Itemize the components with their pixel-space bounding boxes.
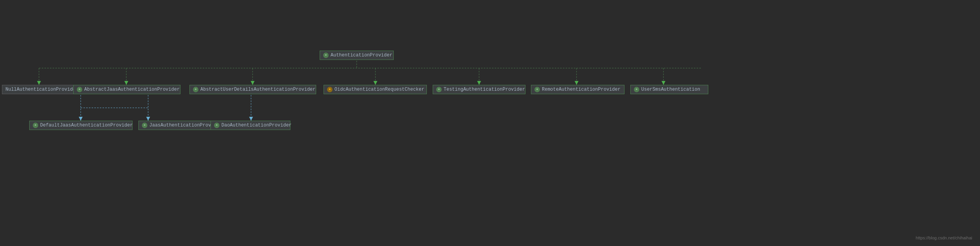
oidc-checker-icon: ● [327,87,333,92]
svg-marker-3 [37,81,41,85]
diagram-container: ● AuthenticationProvider NullAuthenticat… [0,0,980,246]
default-jaas-icon: ● [33,123,38,128]
remote-auth-label: RemoteAuthenticationProvider [542,87,621,92]
svg-marker-9 [373,81,377,85]
default-jaas-node: ● DefaultJaasAuthenticationProvider [29,121,133,130]
svg-marker-7 [251,81,255,85]
abstract-jaas-icon: ● [77,87,82,92]
svg-marker-5 [124,81,128,85]
dao-auth-icon: ● [214,123,219,128]
abstract-user-details-icon: ● [193,87,198,92]
null-auth-node: NullAuthenticationProvider [2,85,84,94]
svg-marker-27 [146,117,150,121]
testing-auth-label: TestingAuthenticationProvider [444,87,525,92]
svg-marker-11 [477,81,481,85]
remote-auth-icon: ● [534,87,540,92]
oidc-checker-label: OidcAuthenticationRequestChecker [334,87,424,92]
auth-provider-label: AuthenticationProvider [331,53,392,58]
default-jaas-label: DefaultJaasAuthenticationProvider [40,123,133,128]
oidc-checker-node: ● OidcAuthenticationRequestChecker [324,85,427,94]
testing-auth-icon: ● [436,87,442,92]
user-sms-icon: ● [634,87,639,92]
dao-auth-label: DaoAuthenticationProvider [221,123,292,128]
auth-provider-icon: ● [323,53,329,58]
svg-marker-15 [662,81,665,85]
jaas-auth-node: ● JaasAuthenticationProvider [138,121,222,130]
user-sms-node: ● UserSmsAuthentication [630,85,708,94]
abstract-jaas-label: AbstractJaasAuthenticationProvider [84,87,180,92]
user-sms-label: UserSmsAuthentication [641,87,700,92]
dao-auth-node: ● DaoAuthenticationProvider [211,121,290,130]
jaas-auth-icon: ● [142,123,147,128]
abstract-user-details-label: AbstractUserDetailsAuthenticationProvide… [200,87,315,92]
svg-marker-29 [249,117,253,121]
null-auth-label: NullAuthenticationProvider [5,87,78,92]
auth-provider-node: ● AuthenticationProvider [320,51,394,60]
abstract-jaas-node: ● AbstractJaasAuthenticationProvider [73,85,180,94]
remote-auth-node: ● RemoteAuthenticationProvider [531,85,624,94]
watermark: https://blog.csdn.net/chihaihai [916,235,972,240]
testing-auth-node: ● TestingAuthenticationProvider [433,85,525,94]
abstract-user-details-node: ● AbstractUserDetailsAuthenticationProvi… [189,85,316,94]
svg-marker-25 [79,117,83,121]
svg-marker-13 [575,81,578,85]
